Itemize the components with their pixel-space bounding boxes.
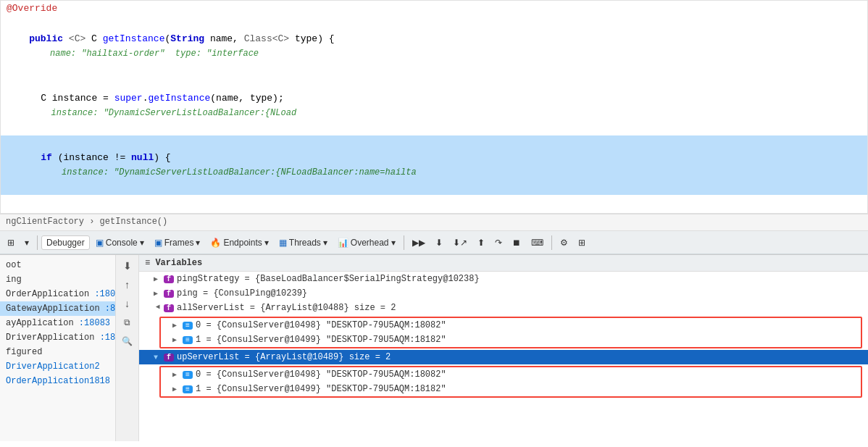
type-badge-f4: f	[164, 354, 174, 362]
console-icon: ▣	[96, 238, 104, 248]
breadcrumb-bar: ngClientFactory › getInstance()	[0, 214, 868, 231]
variables-panel: ≡ Variables ▶ f pingStrategy = {BaseLoad…	[139, 255, 868, 441]
variables-icon: ≡	[145, 258, 150, 268]
debugger-tab[interactable]: Debugger	[41, 235, 90, 250]
filter-button[interactable]: ▾	[20, 236, 33, 249]
run-to-cursor-button[interactable]: ↷	[491, 236, 506, 249]
line3-annotation: instance: "DynamicServerListLoadBalancer…	[41, 108, 296, 118]
variables-header: ≡ Variables	[139, 255, 868, 272]
ctrl-copy-btn[interactable]: ⧉	[120, 314, 135, 330]
var-name-all-0: 0 = {ConsulServer@10498} "DESKTOP-79U5AQ…	[196, 320, 446, 330]
stack-gateway-line: :8	[105, 304, 115, 314]
toolbar-separator-2	[404, 235, 404, 250]
threads-tab[interactable]: ▦ Threads ▾	[275, 236, 332, 249]
type-badge-f1: f	[164, 275, 174, 283]
filter-icon: ▾	[25, 238, 29, 248]
resume-icon: ▶▶	[412, 238, 425, 248]
layout-icon: ⊞	[7, 238, 14, 248]
type-badge-item1: ≡	[183, 322, 193, 330]
ctrl-up-btn[interactable]: ↑	[120, 277, 135, 293]
threads-arrow: ▾	[323, 238, 327, 248]
var-all-0[interactable]: ▶ ≡ 0 = {ConsulServer@10498} "DESKTOP-79…	[161, 318, 861, 333]
var-up-server-list[interactable]: ▼ f upServerList = {ArrayList@10489} siz…	[139, 350, 868, 364]
var-up-1[interactable]: ▶ ≡ 1 = {ConsulServer@10499} "DESKTOP-79…	[161, 382, 861, 396]
endpoints-tab[interactable]: 🔥 Endpoints ▾	[206, 236, 272, 249]
type-badge-item2: ≡	[183, 336, 193, 344]
stop-button[interactable]: ⏹	[508, 236, 525, 249]
var-up-0[interactable]: ▶ ≡ 0 = {ConsulServer@10498} "DESKTOP-79…	[161, 367, 861, 382]
step-out-button[interactable]: ⬆	[473, 236, 489, 249]
call-stack-panel: oot ing OrderApplication :180 GatewayApp…	[0, 255, 116, 441]
resume-button[interactable]: ▶▶	[408, 236, 430, 249]
ctrl-view-btn[interactable]: 🔍	[120, 333, 135, 349]
step-over-button[interactable]: ⬇	[431, 236, 447, 249]
console-arrow: ▾	[140, 238, 144, 248]
stack-order-line: :180	[94, 289, 115, 299]
var-ping-strategy[interactable]: ▶ f pingStrategy = {BaseLoadBalancer$Ser…	[139, 272, 868, 286]
stack-order-text: OrderApplication	[6, 289, 89, 299]
toolbar-separator-3	[551, 235, 552, 250]
stack-item-ing[interactable]: ing	[0, 272, 115, 287]
evaluate-button[interactable]: ⌨	[527, 236, 548, 249]
frames-label: Frames	[164, 238, 194, 248]
code-line-1: @Override	[1, 1, 867, 17]
ctrl-step-btn[interactable]: ⬇	[120, 258, 135, 274]
var-name-all-server: allServerList = {ArrayList@10488} size =…	[177, 303, 396, 313]
red-box-all: 存在2个服务实例 ▶ ≡ 0 = {ConsulServer@10498} "D…	[159, 317, 862, 348]
variables-title: Variables	[155, 258, 202, 268]
expand-up-0: ▶	[172, 370, 180, 379]
var-all-1[interactable]: ▶ ≡ 1 = {ConsulServer@10499} "DESKTOP-79…	[161, 333, 861, 347]
stack-item-driver[interactable]: DriverApplication :180	[0, 330, 115, 345]
stack-item-order1818[interactable]: OrderApplication1818	[0, 374, 115, 388]
layout-icon-button[interactable]: ⊞	[3, 236, 19, 249]
line4-annotation: instance: "DynamicServerListLoadBalancer…	[41, 167, 416, 177]
endpoints-icon: 🔥	[210, 238, 221, 248]
var-name-up-1: 1 = {ConsulServer@10499} "DESKTOP-79U5AQ…	[196, 384, 446, 394]
expand-ping: ▶	[154, 289, 161, 298]
settings-button[interactable]: ⚙	[556, 236, 572, 249]
overhead-icon: 📊	[338, 238, 349, 248]
step-out-icon: ⬆	[477, 238, 485, 248]
stack-item-ay[interactable]: ayApplication :18083	[0, 316, 115, 330]
frames-tab[interactable]: ▣ Frames ▾	[150, 236, 205, 249]
code-line-5: return instance;	[1, 195, 867, 214]
step-into-button[interactable]: ⬇↗	[448, 236, 472, 249]
stop-icon: ⏹	[512, 238, 521, 248]
frames-icon: ▣	[154, 238, 162, 248]
grid-icon: ⊞	[578, 238, 585, 248]
console-tab[interactable]: ▣ Console ▾	[91, 236, 149, 249]
type-badge-item3: ≡	[183, 371, 193, 379]
line2-annotation: name: "hailtaxi-order" type: "interface	[29, 49, 259, 59]
settings-icon: ⚙	[560, 238, 568, 248]
console-label: Console	[106, 238, 138, 248]
type-badge-item4: ≡	[183, 385, 193, 393]
step-over-icon: ⬇	[435, 238, 443, 248]
var-name-up-server: upServerList = {ArrayList@10489} size = …	[177, 352, 391, 362]
stack-item-order[interactable]: OrderApplication :180	[0, 287, 115, 301]
var-name-up-0: 0 = {ConsulServer@10498} "DESKTOP-79U5AQ…	[196, 369, 446, 380]
expand-all-1: ▶	[172, 335, 180, 344]
stack-item-root[interactable]: oot	[0, 258, 115, 272]
var-ping[interactable]: ▶ f ping = {ConsulPing@10239}	[139, 286, 868, 301]
stack-item-driver2[interactable]: DriverApplication2	[0, 359, 115, 374]
stack-driver2-text: DriverApplication2	[6, 362, 100, 372]
overhead-tab[interactable]: 📊 Overhead ▾	[333, 236, 400, 249]
var-name-ping: ping = {ConsulPing@10239}	[177, 288, 307, 298]
type-badge-f2: f	[164, 290, 174, 298]
endpoints-arrow: ▾	[264, 238, 269, 248]
ctrl-down-btn[interactable]: ↓	[120, 296, 135, 312]
stack-item-figured[interactable]: figured	[0, 345, 115, 359]
code-line-3: C instance = super.getInstance(name, typ…	[1, 76, 867, 135]
stack-order1818-text: OrderApplication1818	[6, 376, 110, 386]
endpoints-label: Endpoints	[223, 238, 262, 248]
expand-ping-strategy: ▶	[154, 275, 161, 283]
var-all-server-list[interactable]: ▼ f allServerList = {ArrayList@10488} si…	[139, 301, 868, 315]
breadcrumb-text: ngClientFactory › getInstance()	[6, 217, 167, 227]
grid-button[interactable]: ⊞	[574, 236, 590, 249]
type-badge-f3: f	[164, 304, 174, 312]
var-name-ping-strategy: pingStrategy = {BaseLoadBalancer$SerialP…	[177, 274, 480, 284]
toolbar-separator-1	[37, 235, 38, 250]
threads-label: Threads	[289, 238, 321, 248]
debugger-label: Debugger	[46, 238, 85, 248]
stack-item-gateway[interactable]: GatewayApplication :8	[0, 301, 115, 316]
